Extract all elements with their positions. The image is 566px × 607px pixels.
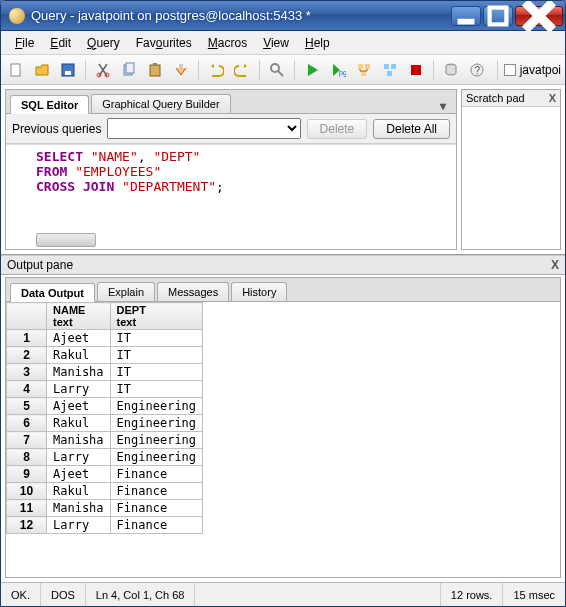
execute-pgscript-icon[interactable]: pg — [327, 59, 349, 81]
row-number: 7 — [7, 432, 47, 449]
svg-rect-18 — [365, 64, 370, 69]
scratch-title: Scratch pad — [466, 92, 525, 104]
row-number: 3 — [7, 364, 47, 381]
table-row[interactable]: 8LarryEngineering — [7, 449, 203, 466]
help-icon[interactable]: ? — [466, 59, 488, 81]
cell-name: Ajeet — [47, 466, 111, 483]
row-number: 12 — [7, 517, 47, 534]
menu-help[interactable]: Help — [297, 34, 338, 52]
table-row[interactable]: 4LarryIT — [7, 381, 203, 398]
copy-icon[interactable] — [118, 59, 140, 81]
tab-messages[interactable]: Messages — [157, 282, 229, 301]
cell-name: Larry — [47, 381, 111, 398]
menu-view[interactable]: View — [255, 34, 297, 52]
table-row[interactable]: 3ManishaIT — [7, 364, 203, 381]
clear-icon[interactable] — [170, 59, 192, 81]
explain-icon[interactable] — [353, 59, 375, 81]
table-row[interactable]: 7ManishaEngineering — [7, 432, 203, 449]
cell-name: Manisha — [47, 500, 111, 517]
tab-history[interactable]: History — [231, 282, 287, 301]
row-number: 1 — [7, 330, 47, 347]
cell-name: Rakul — [47, 483, 111, 500]
cancel-icon[interactable] — [405, 59, 427, 81]
table-row[interactable]: 11ManishaFinance — [7, 500, 203, 517]
open-icon[interactable] — [31, 59, 53, 81]
execute-icon[interactable] — [301, 59, 323, 81]
tab-sql-editor[interactable]: SQL Editor — [10, 95, 89, 114]
tab-graphical-builder[interactable]: Graphical Query Builder — [91, 94, 230, 113]
cell-name: Rakul — [47, 347, 111, 364]
svg-text:pg: pg — [339, 69, 346, 77]
status-cursor-pos: Ln 4, Col 1, Ch 68 — [86, 583, 196, 606]
svg-rect-1 — [490, 7, 507, 24]
table-row[interactable]: 12LarryFinance — [7, 517, 203, 534]
menu-file[interactable]: File — [7, 34, 42, 52]
explain-analyze-icon[interactable] — [379, 59, 401, 81]
output-close-icon[interactable]: X — [551, 258, 559, 272]
sql-editor-textarea[interactable]: SELECT "NAME", "DEPT" FROM "EMPLOYEES" C… — [6, 144, 456, 249]
menu-favourites[interactable]: Favourites — [128, 34, 200, 52]
table-row[interactable]: 1AjeetIT — [7, 330, 203, 347]
cell-name: Rakul — [47, 415, 111, 432]
connection-icon[interactable] — [440, 59, 462, 81]
find-icon[interactable] — [266, 59, 288, 81]
row-number: 4 — [7, 381, 47, 398]
col-name-header: NAME — [53, 304, 85, 316]
undo-icon[interactable] — [205, 59, 227, 81]
tab-data-output[interactable]: Data Output — [10, 283, 95, 302]
previous-queries-select[interactable] — [107, 118, 300, 139]
redo-icon[interactable] — [231, 59, 253, 81]
row-number: 10 — [7, 483, 47, 500]
menu-query[interactable]: Query — [79, 34, 128, 52]
editor-collapse-icon[interactable]: ▾ — [434, 99, 452, 113]
result-grid[interactable]: NAMEtext DEPTtext 1AjeetIT2RakulIT3Manis… — [6, 302, 560, 577]
col-dept-header: DEPT — [117, 304, 146, 316]
titlebar[interactable]: Query - javatpoint on postgres@localhost… — [1, 1, 565, 31]
svg-line-15 — [278, 71, 283, 76]
new-icon[interactable] — [5, 59, 27, 81]
horizontal-scrollbar[interactable] — [36, 233, 96, 247]
row-number: 6 — [7, 415, 47, 432]
maximize-button[interactable] — [483, 6, 513, 26]
app-window: Query - javatpoint on postgres@localhost… — [0, 0, 566, 607]
cut-icon[interactable] — [92, 59, 114, 81]
menu-edit[interactable]: Edit — [42, 34, 79, 52]
cell-dept: Engineering — [110, 432, 202, 449]
svg-rect-12 — [153, 63, 157, 66]
table-row[interactable]: 6RakulEngineering — [7, 415, 203, 432]
cell-name: Larry — [47, 517, 111, 534]
svg-rect-13 — [179, 64, 183, 68]
toolbar: pg ? javatpoi — [1, 55, 565, 85]
scratch-area[interactable] — [462, 107, 560, 249]
statusbar: OK. DOS Ln 4, Col 1, Ch 68 12 rows. 15 m… — [1, 582, 565, 606]
svg-rect-22 — [387, 71, 392, 76]
menu-macros[interactable]: Macros — [200, 34, 255, 52]
scratch-close-icon[interactable]: X — [549, 92, 556, 104]
cell-name: Manisha — [47, 364, 111, 381]
connection-checkbox[interactable] — [504, 64, 516, 76]
output-pane: Data Output Explain Messages History NAM… — [5, 277, 561, 578]
table-row[interactable]: 2RakulIT — [7, 347, 203, 364]
minimize-button[interactable] — [451, 6, 481, 26]
cell-dept: Finance — [110, 517, 202, 534]
table-row[interactable]: 5AjeetEngineering — [7, 398, 203, 415]
cell-dept: IT — [110, 347, 202, 364]
paste-icon[interactable] — [144, 59, 166, 81]
row-number: 5 — [7, 398, 47, 415]
svg-text:?: ? — [475, 65, 481, 76]
cell-name: Ajeet — [47, 330, 111, 347]
delete-all-button[interactable]: Delete All — [373, 119, 450, 139]
delete-button[interactable]: Delete — [307, 119, 368, 139]
cell-dept: IT — [110, 330, 202, 347]
tab-explain[interactable]: Explain — [97, 282, 155, 301]
table-row[interactable]: 9AjeetFinance — [7, 466, 203, 483]
svg-rect-6 — [65, 71, 71, 75]
close-button[interactable] — [515, 6, 563, 26]
table-row[interactable]: 10RakulFinance — [7, 483, 203, 500]
row-number: 8 — [7, 449, 47, 466]
cell-dept: Finance — [110, 500, 202, 517]
cell-name: Larry — [47, 449, 111, 466]
cell-dept: Finance — [110, 466, 202, 483]
save-icon[interactable] — [57, 59, 79, 81]
row-number: 2 — [7, 347, 47, 364]
